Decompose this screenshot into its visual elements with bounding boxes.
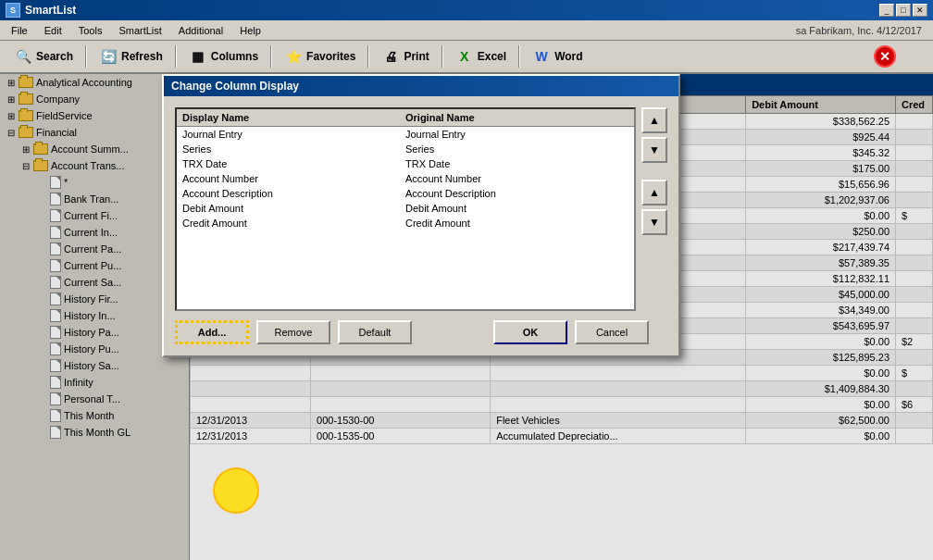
search-icon: 🔍: [14, 47, 32, 66]
window-title: SmartList: [25, 4, 76, 17]
modal-list-item[interactable]: Debit Amount Debit Amount: [177, 201, 634, 216]
modal-title-text: Change Column Display: [171, 80, 299, 93]
move-down-button[interactable]: ▲: [641, 180, 667, 205]
modal-display-name: Account Description: [182, 188, 405, 199]
spacer: [641, 167, 667, 176]
default-button[interactable]: Default: [338, 320, 412, 344]
modal-list-section: Display Name Original Name Journal Entry…: [175, 107, 667, 320]
modal-display-name: Debit Amount: [182, 203, 405, 214]
refresh-icon: 🔄: [99, 47, 118, 66]
menu-items: File Edit Tools SmartList Additional Hel…: [4, 23, 268, 38]
modal-original-name: Account Number: [405, 173, 628, 184]
modal-rows-container: Journal Entry Journal Entry Series Serie…: [177, 127, 634, 230]
move-up-button[interactable]: ▼: [641, 137, 667, 163]
toolbar-sep-2: [175, 45, 177, 68]
word-button[interactable]: W Word: [524, 44, 591, 69]
modal-overlay: Change Column Display Display Name Origi…: [0, 74, 933, 560]
column-list-container: Display Name Original Name Journal Entry…: [175, 107, 636, 311]
modal-original-name: TRX Date: [405, 158, 628, 169]
modal-original-name: Series: [405, 143, 628, 155]
modal-list-item[interactable]: Account Number Account Number: [177, 171, 634, 186]
toolbar: 🔍 Search 🔄 Refresh ▦ Columns ⭐ Favorites…: [0, 41, 933, 74]
modal-original-name: Journal Entry: [405, 129, 628, 140]
move-top-button[interactable]: ▲: [641, 107, 667, 133]
modal-body: Display Name Original Name Journal Entry…: [164, 96, 678, 355]
app-icon: S: [6, 3, 20, 18]
excel-button[interactable]: X Excel: [447, 44, 515, 69]
modal-display-name: TRX Date: [182, 158, 405, 169]
remove-button[interactable]: Remove: [256, 320, 330, 344]
modal-list-item[interactable]: Series Series: [177, 142, 634, 156]
toolbar-sep-1: [85, 45, 87, 68]
menu-help[interactable]: Help: [232, 23, 268, 38]
title-bar: S SmartList _ □ ✕: [0, 0, 933, 20]
menu-smartlist[interactable]: SmartList: [111, 23, 168, 38]
modal-display-name: Credit Amount: [182, 218, 405, 229]
favorites-button[interactable]: ⭐ Favorites: [276, 44, 364, 69]
modal-original-name: Credit Amount: [405, 218, 628, 229]
title-bar-buttons[interactable]: _ □ ✕: [879, 4, 927, 17]
company-info: sa Fabrikam, Inc. 4/12/2017: [796, 25, 929, 36]
modal-list-item[interactable]: Journal Entry Journal Entry: [177, 127, 634, 142]
columns-button[interactable]: ▦ Columns: [180, 44, 267, 69]
close-window-button[interactable]: ✕: [913, 4, 927, 17]
toolbar-sep-6: [518, 45, 520, 68]
toolbar-sep-5: [442, 45, 443, 68]
menu-edit[interactable]: Edit: [37, 23, 69, 38]
modal-original-name: Debit Amount: [405, 203, 628, 214]
minimize-button[interactable]: _: [879, 4, 894, 17]
refresh-button[interactable]: 🔄 Refresh: [91, 44, 171, 69]
modal-title-bar: Change Column Display: [164, 76, 678, 96]
modal-display-name: Series: [182, 143, 405, 155]
modal-list-item[interactable]: Credit Amount Credit Amount: [177, 216, 634, 230]
columns-icon: ▦: [189, 47, 207, 66]
modal-display-name: Journal Entry: [182, 129, 405, 140]
menu-file[interactable]: File: [4, 23, 35, 38]
modal-side-buttons: ▲ ▼ ▲ ▼: [641, 107, 667, 320]
cancel-button[interactable]: Cancel: [575, 320, 649, 344]
column-list-header: Display Name Original Name: [177, 109, 634, 127]
menu-bar: File Edit Tools SmartList Additional Hel…: [0, 20, 933, 41]
print-button[interactable]: 🖨 Print: [373, 44, 437, 69]
title-bar-left: S SmartList: [6, 3, 76, 18]
modal-list-item[interactable]: Account Description Account Description: [177, 186, 634, 201]
toolbar-sep-4: [367, 45, 369, 68]
close-red-button[interactable]: ✕: [874, 45, 896, 68]
search-button[interactable]: 🔍 Search: [6, 44, 81, 69]
modal-buttons: Add... Remove Default OK Cancel: [175, 320, 667, 344]
col-original-header: Original Name: [405, 112, 628, 123]
col-display-header: Display Name: [182, 112, 405, 123]
menu-additional[interactable]: Additional: [171, 23, 230, 38]
toolbar-sep-3: [270, 45, 272, 68]
print-icon: 🖨: [381, 47, 400, 66]
menu-tools[interactable]: Tools: [71, 23, 110, 38]
word-icon: W: [532, 47, 551, 66]
move-bottom-button[interactable]: ▼: [641, 209, 667, 235]
modal-original-name: Account Description: [405, 188, 628, 199]
maximize-button[interactable]: □: [896, 4, 911, 17]
main-content: ⊞ Analytical Accounting ⊞ Company ⊞ Fiel…: [0, 74, 933, 560]
modal-display-name: Account Number: [182, 173, 405, 184]
excel-icon: X: [455, 47, 474, 66]
change-column-dialog: Change Column Display Display Name Origi…: [162, 74, 680, 357]
ok-button[interactable]: OK: [493, 320, 567, 344]
favorites-icon: ⭐: [284, 47, 303, 66]
modal-list-item[interactable]: TRX Date TRX Date: [177, 156, 634, 171]
add-button[interactable]: Add...: [175, 320, 249, 344]
